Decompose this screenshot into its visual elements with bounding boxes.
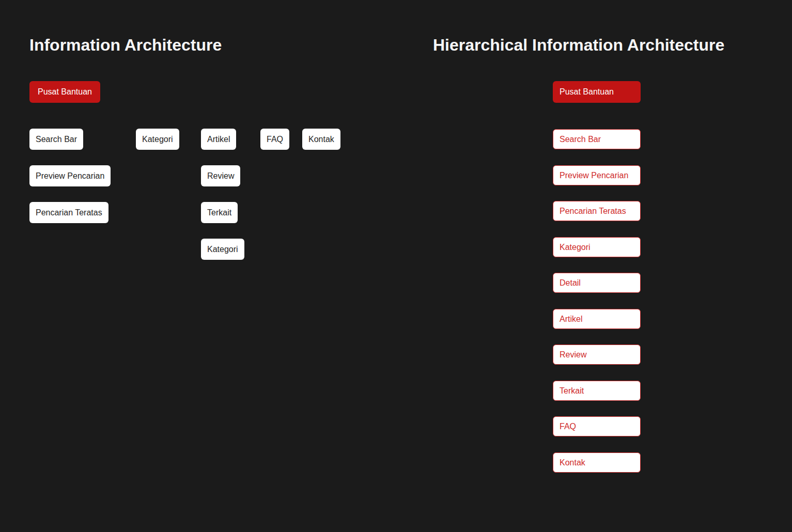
hierarchical-ia-title: Hierarchical Information Architecture	[433, 35, 724, 55]
hnode-pencarian-teratas[interactable]: Pencarian Teratas	[553, 201, 641, 221]
hier-root-node-pusat-bantuan[interactable]: Pusat Bantuan	[553, 81, 641, 103]
flat-ia-title: Information Architecture	[29, 35, 222, 55]
hnode-terkait[interactable]: Terkait	[553, 381, 641, 401]
hnode-preview-pencarian[interactable]: Preview Pencarian	[553, 165, 641, 185]
flat-column-artikel: Artikel Review Terkait Kategori	[201, 129, 244, 260]
flat-column-kategori: Kategori	[136, 129, 179, 150]
hnode-artikel[interactable]: Artikel	[553, 309, 641, 329]
hnode-kategori[interactable]: Kategori	[553, 237, 641, 257]
hnode-review[interactable]: Review	[553, 345, 641, 365]
flat-column-faq: FAQ	[260, 129, 289, 150]
hnode-detail[interactable]: Detail	[553, 273, 641, 293]
flat-column-kontak: Kontak	[302, 129, 340, 150]
node-search-bar[interactable]: Search Bar	[29, 129, 83, 150]
hier-node-stack: Search Bar Preview Pencarian Pencarian T…	[553, 129, 641, 473]
node-preview-pencarian[interactable]: Preview Pencarian	[29, 165, 111, 186]
flat-root-node-pusat-bantuan[interactable]: Pusat Bantuan	[29, 81, 100, 103]
hnode-search-bar[interactable]: Search Bar	[553, 129, 641, 149]
node-pencarian-teratas[interactable]: Pencarian Teratas	[29, 202, 108, 223]
hnode-faq[interactable]: FAQ	[553, 416, 641, 436]
node-artikel[interactable]: Artikel	[201, 129, 236, 150]
node-review[interactable]: Review	[201, 165, 240, 186]
flat-column-search: Search Bar Preview Pencarian Pencarian T…	[29, 129, 111, 223]
node-kategori[interactable]: Kategori	[136, 129, 179, 150]
node-terkait[interactable]: Terkait	[201, 202, 238, 223]
hnode-kontak[interactable]: Kontak	[553, 452, 641, 473]
node-kategori-artikel[interactable]: Kategori	[201, 239, 244, 260]
diagram-canvas: Information Architecture Hierarchical In…	[0, 0, 792, 532]
node-faq[interactable]: FAQ	[260, 129, 289, 150]
node-kontak[interactable]: Kontak	[302, 129, 340, 150]
